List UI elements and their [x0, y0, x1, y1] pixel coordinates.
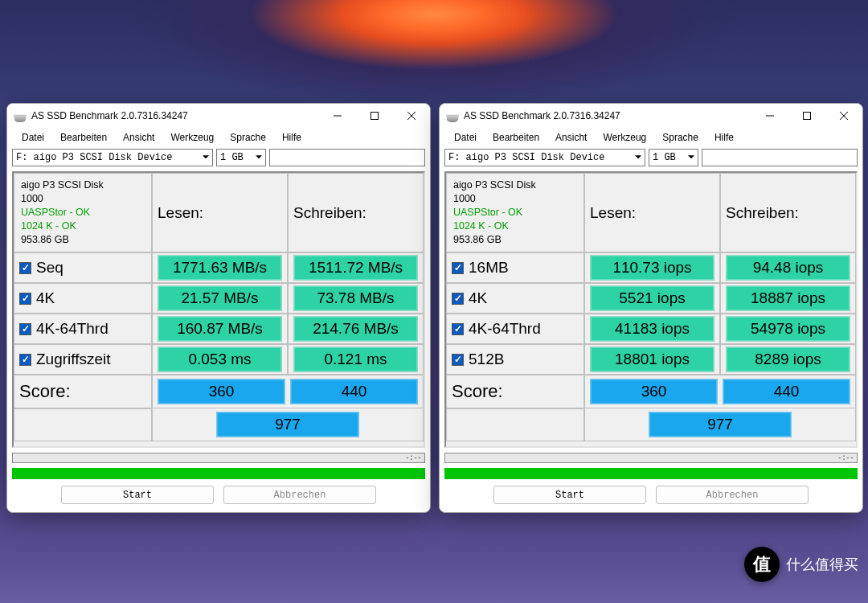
row-checkbox[interactable] [452, 323, 464, 335]
size-select[interactable]: 1 GB [649, 149, 698, 166]
score-write: 440 [290, 379, 418, 404]
menu-datei[interactable]: Datei [446, 129, 485, 146]
read-value: 160.87 MB/s [158, 316, 282, 342]
row-label[interactable]: 16MB [446, 252, 584, 283]
read-value: 1771.63 MB/s [158, 255, 282, 281]
row-checkbox[interactable] [452, 293, 464, 305]
progress-bar-1: -:-- [444, 453, 858, 463]
col-read-header: Lesen: [152, 173, 288, 252]
col-write-header: Schreiben: [288, 173, 424, 252]
row-checkbox[interactable] [19, 293, 31, 305]
start-button[interactable]: Start [61, 486, 214, 504]
row-label[interactable]: 4K-64Thrd [446, 314, 584, 344]
read-value: 41183 iops [590, 316, 714, 342]
drive-select[interactable]: F: aigo P3 SCSI Disk Device [444, 149, 645, 166]
menu-werkzeug[interactable]: Werkzeug [162, 129, 222, 146]
score-read: 360 [590, 379, 718, 404]
maximize-button[interactable] [788, 104, 825, 128]
watermark-badge: 值 [744, 547, 780, 582]
row-name: 4K-64Thrd [36, 320, 108, 338]
score-pair: 360 440 [152, 375, 424, 408]
menu-ansicht[interactable]: Ansicht [115, 129, 162, 146]
menu-sprache[interactable]: Sprache [654, 129, 706, 146]
svg-rect-1 [804, 113, 811, 120]
row-checkbox[interactable] [452, 262, 464, 274]
write-value: 0.121 ms [293, 347, 418, 372]
row-checkbox[interactable] [19, 262, 31, 274]
drive-capacity: 953.86 GB [21, 233, 69, 247]
toolbar: F: aigo P3 SCSI Disk Device 1 GB [440, 147, 862, 171]
row-name: 4K [36, 289, 55, 307]
window-title: AS SSD Benchmark 2.0.7316.34247 [464, 110, 751, 121]
app-icon [446, 109, 459, 122]
extra-input[interactable] [702, 149, 858, 166]
menu-bearbeiten[interactable]: Bearbeiten [485, 129, 547, 146]
close-button[interactable] [825, 104, 862, 128]
write-value: 54978 iops [726, 316, 850, 342]
drive-fw: 1000 [453, 192, 476, 206]
drive-capacity: 953.86 GB [453, 233, 502, 247]
row-name: Zugriffszeit [36, 351, 111, 368]
row-label[interactable]: 4K [14, 283, 152, 314]
drive-align: 1024 K - OK [453, 219, 509, 233]
menu-datei[interactable]: Datei [14, 129, 52, 146]
svg-rect-0 [371, 113, 379, 120]
drive-select[interactable]: F: aigo P3 SCSI Disk Device [12, 149, 213, 166]
read-value: 0.053 ms [158, 347, 282, 372]
row-checkbox[interactable] [452, 354, 464, 366]
app-window: AS SSD Benchmark 2.0.7316.34247 DateiBea… [439, 103, 863, 513]
menu-werkzeug[interactable]: Werkzeug [595, 129, 654, 146]
write-value: 8289 iops [726, 347, 850, 372]
menubar: DateiBearbeitenAnsichtWerkzeugSpracheHil… [7, 128, 430, 147]
watermark: 值 什么值得买 [744, 547, 858, 582]
minimize-button[interactable] [751, 104, 788, 128]
window-title: AS SSD Benchmark 2.0.7316.34247 [31, 110, 319, 121]
write-value: 214.76 MB/s [293, 316, 418, 342]
score-total: 977 [649, 412, 792, 437]
read-value: 21.57 MB/s [158, 285, 282, 311]
row-label[interactable]: 4K-64Thrd [14, 314, 152, 344]
row-name: Seq [36, 259, 63, 277]
read-value: 18801 iops [590, 347, 714, 372]
menu-bearbeiten[interactable]: Bearbeiten [52, 129, 115, 146]
results-panel: aigo P3 SCSI Disk 1000 UASPStor - OK 102… [12, 171, 425, 448]
abort-button[interactable]: Abbrechen [656, 486, 809, 504]
abort-button[interactable]: Abbrechen [223, 486, 376, 504]
write-value: 1511.72 MB/s [293, 255, 418, 281]
menu-hilfe[interactable]: Hilfe [274, 129, 309, 146]
drive-align: 1024 K - OK [21, 219, 76, 233]
score-write: 440 [723, 379, 850, 404]
app-window: AS SSD Benchmark 2.0.7316.34247 DateiBea… [6, 103, 431, 513]
score-pair: 360 440 [584, 375, 856, 408]
close-button[interactable] [393, 104, 430, 128]
row-label[interactable]: 4K [446, 283, 584, 314]
minimize-button[interactable] [319, 104, 356, 128]
titlebar[interactable]: AS SSD Benchmark 2.0.7316.34247 [7, 104, 430, 128]
score-total-cell: 977 [152, 408, 424, 441]
menu-ansicht[interactable]: Ansicht [547, 129, 595, 146]
drive-fw: 1000 [21, 192, 43, 206]
score-read: 360 [158, 379, 285, 404]
size-select[interactable]: 1 GB [216, 149, 266, 166]
titlebar[interactable]: AS SSD Benchmark 2.0.7316.34247 [440, 104, 862, 128]
score-total: 977 [216, 412, 359, 437]
maximize-button[interactable] [356, 104, 393, 128]
row-checkbox[interactable] [19, 354, 31, 366]
app-icon [14, 109, 27, 122]
row-checkbox[interactable] [19, 323, 31, 335]
col-read-header: Lesen: [584, 173, 720, 252]
menu-hilfe[interactable]: Hilfe [706, 129, 742, 146]
read-value: 5521 iops [590, 285, 714, 311]
drive-driver: UASPStor - OK [21, 206, 90, 219]
start-button[interactable]: Start [493, 486, 646, 504]
row-label[interactable]: Zugriffszeit [14, 344, 152, 375]
score-label: Score: [446, 375, 584, 408]
read-value: 110.73 iops [590, 255, 714, 281]
toolbar: F: aigo P3 SCSI Disk Device 1 GB [7, 147, 430, 171]
extra-input[interactable] [269, 149, 425, 166]
score-label: Score: [14, 375, 152, 408]
drive-driver: UASPStor - OK [453, 206, 522, 219]
row-label[interactable]: 512B [446, 344, 584, 375]
row-label[interactable]: Seq [14, 252, 152, 283]
menu-sprache[interactable]: Sprache [222, 129, 274, 146]
